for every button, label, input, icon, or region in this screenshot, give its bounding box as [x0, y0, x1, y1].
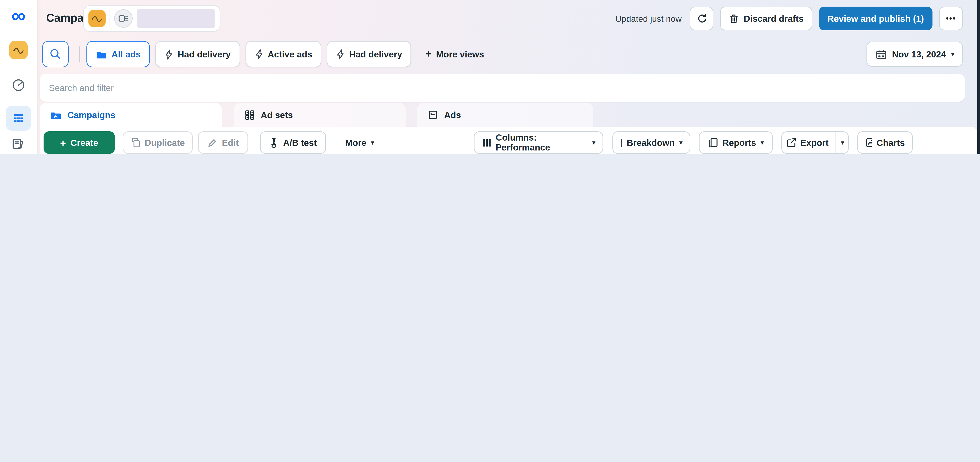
breakdown-button[interactable]: Breakdown▾	[612, 131, 690, 154]
account-overview-icon[interactable]	[11, 78, 26, 92]
flask-icon	[269, 137, 278, 148]
refresh-button[interactable]	[690, 6, 713, 30]
screen-edge-strip	[977, 0, 980, 154]
search-filter-button[interactable]	[42, 41, 68, 67]
folder-icon	[96, 49, 107, 59]
ad-sets-grid-icon	[244, 110, 255, 120]
reports-button[interactable]: Reports▾	[699, 131, 773, 154]
more-menu-button[interactable]: More▾	[338, 131, 381, 154]
plus-icon: +	[60, 137, 66, 148]
campaigns-table-card: +Create Duplicate Edit A/B test More▾ Co…	[40, 127, 977, 154]
ab-test-button[interactable]: A/B test	[260, 131, 326, 154]
chevron-down-icon: ▾	[592, 139, 595, 146]
export-icon	[786, 137, 795, 148]
reports-icon	[708, 137, 718, 148]
pencil-icon	[207, 138, 217, 148]
bolt-icon	[165, 49, 173, 60]
date-range-picker[interactable]: Nov 13, 2024 ▾	[866, 41, 963, 67]
filter-divider	[79, 46, 80, 62]
charts-button[interactable]: Charts	[857, 131, 913, 154]
view-all-ads[interactable]: All ads	[86, 41, 150, 67]
ad-account-icon	[114, 9, 133, 28]
chevron-down-icon: ▾	[841, 139, 844, 146]
create-button[interactable]: +Create	[43, 131, 115, 154]
top-bar: Campaigns Updated just now Discard draft…	[37, 0, 980, 37]
ad-account-name-redacted	[137, 9, 215, 28]
campaigns-folder-icon	[50, 110, 61, 120]
export-button[interactable]: Export ▾	[781, 131, 849, 154]
duplicate-icon	[130, 137, 140, 148]
more-views-button[interactable]: + More views	[417, 41, 493, 67]
ads-page-icon	[428, 110, 438, 120]
ads-reporting-icon[interactable]	[11, 137, 26, 150]
columns-icon	[482, 138, 491, 148]
account-switcher[interactable]	[83, 5, 220, 32]
view-had-delivery-2[interactable]: Had delivery	[327, 41, 411, 67]
business-app-icon	[88, 10, 106, 27]
chevron-down-icon: ▾	[679, 139, 682, 146]
discard-drafts-button[interactable]: Discard drafts	[720, 6, 812, 30]
sidebar: ∞ ?	[0, 0, 37, 154]
export-split-divider	[835, 132, 835, 153]
pill-divider	[110, 11, 110, 26]
columns-button[interactable]: Columns: Performance▾	[474, 131, 603, 154]
chevron-down-icon: ▾	[761, 139, 764, 146]
charts-icon	[865, 137, 872, 148]
chevron-down-icon: ▾	[951, 51, 954, 57]
toolbar-divider	[255, 134, 255, 151]
search-and-filter-input[interactable]	[40, 74, 965, 102]
meta-logo-icon[interactable]: ∞	[11, 5, 25, 26]
saved-views-bar: All ads Had delivery Active ads Had deli…	[79, 41, 493, 67]
bolt-icon	[336, 49, 345, 60]
chevron-down-icon: ▾	[371, 139, 374, 146]
table-toolbar: +Create Duplicate Edit A/B test More▾ Co…	[40, 127, 977, 154]
tab-ads[interactable]: Ads	[417, 103, 593, 127]
more-options-button[interactable]: •••	[939, 6, 963, 30]
plus-icon: +	[425, 48, 431, 60]
view-active-ads[interactable]: Active ads	[245, 41, 321, 67]
ads-manager-page: ∞ ?	[0, 0, 980, 154]
tab-ad-sets[interactable]: Ad sets	[234, 103, 406, 127]
view-had-delivery-1[interactable]: Had delivery	[155, 41, 240, 67]
updated-status: Updated just now	[615, 14, 681, 24]
breakdown-icon	[620, 138, 622, 148]
calendar-icon	[875, 49, 887, 60]
bolt-icon	[255, 49, 263, 60]
review-and-publish-button[interactable]: Review and publish (1)	[819, 6, 932, 30]
edit-button[interactable]: Edit	[198, 131, 248, 154]
campaigns-nav-icon[interactable]	[6, 105, 31, 131]
business-avatar[interactable]	[9, 41, 28, 59]
duplicate-button[interactable]: Duplicate	[123, 131, 193, 154]
tab-campaigns[interactable]: Campaigns	[40, 103, 222, 127]
